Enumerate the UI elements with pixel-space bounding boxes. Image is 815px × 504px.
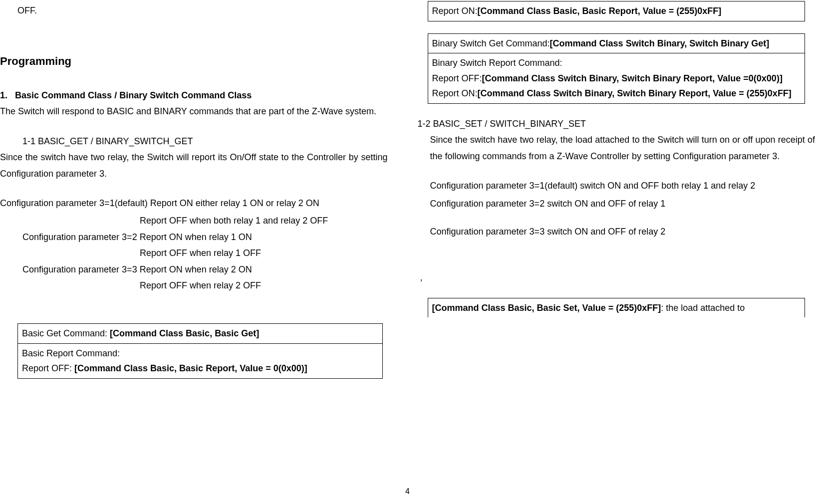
tbl1-row2-a: Basic Report Command: <box>22 346 378 361</box>
table-row: Basic Get Command: [Command Class Basic,… <box>18 324 382 344</box>
table-row: Report ON:[Command Class Basic, Basic Re… <box>428 1 805 21</box>
cfg2-a: Configuration parameter 3=2 Report ON wh… <box>22 229 388 245</box>
cfg1-right: Configuration parameter 3=1(default) swi… <box>430 178 815 194</box>
cfg3-right: Configuration parameter 3=3 switch ON an… <box>430 224 815 240</box>
table-row: Basic Report Command: Report OFF: [Comma… <box>18 344 382 378</box>
sec12-text: Since the switch have two relay, the loa… <box>430 132 815 164</box>
left-column: OFF. Programming 1. Basic Command Class … <box>0 0 408 504</box>
tbl1-row1-b: [Command Class Basic, Basic Get] <box>110 328 259 338</box>
cfg1-b: Report OFF when both relay 1 and relay 2… <box>140 213 388 229</box>
basic-get-table: Basic Get Command: [Command Class Basic,… <box>17 323 383 379</box>
tbl1-row2-b: Report OFF: <box>22 363 74 373</box>
sec12-title: 1-2 BASIC_SET / SWITCH_BINARY_SET <box>418 116 815 132</box>
tbl2-row1-a: Binary Switch Get Command: <box>432 38 550 48</box>
tbl2-row2-e: [Command Class Switch Binary, Switch Bin… <box>478 88 792 98</box>
programming-heading: Programming <box>0 51 388 71</box>
tbl2-row2-d: Report ON: <box>432 88 478 98</box>
comma-fragment: , <box>420 269 815 285</box>
tbl1-row1-a: Basic Get Command: <box>22 328 110 338</box>
table-row: Binary Switch Report Command: Report OFF… <box>428 53 805 103</box>
binary-switch-table: Binary Switch Get Command:[Command Class… <box>428 33 806 104</box>
cfg2-b: Report OFF when relay 1 OFF <box>140 245 388 261</box>
tbl2-row2-a: Binary Switch Report Command: <box>432 55 801 71</box>
tbl3-b: : the load attached to <box>661 303 745 313</box>
table-row: Binary Switch Get Command:[Command Class… <box>428 34 805 54</box>
right-column: Report ON:[Command Class Basic, Basic Re… <box>408 0 815 504</box>
off-fragment: OFF. <box>17 2 388 18</box>
page: OFF. Programming 1. Basic Command Class … <box>0 0 815 504</box>
page-number: 4 <box>405 485 410 499</box>
cfg1-a: Configuration parameter 3=1(default) Rep… <box>0 195 388 211</box>
basic-set-table: [Command Class Basic, Basic Set, Value =… <box>428 298 806 318</box>
sec11-title: 1-1 BASIC_GET / BINARY_SWITCH_GET <box>22 133 388 149</box>
sec1-text: The Switch will respond to BASIC and BIN… <box>0 103 388 119</box>
tbl2-row2-b: Report OFF: <box>432 73 482 83</box>
basic-report-on-table: Report ON:[Command Class Basic, Basic Re… <box>428 1 806 21</box>
tbl1-row2-c: [Command Class Basic, Basic Report, Valu… <box>74 363 307 373</box>
tbl2-row2-c: [Command Class Switch Binary, Switch Bin… <box>482 73 783 83</box>
tbl1-row3-b: [Command Class Basic, Basic Report, Valu… <box>478 6 722 16</box>
table-row: [Command Class Basic, Basic Set, Value =… <box>428 298 805 318</box>
sec1-num: 1. <box>0 90 7 100</box>
tbl3-a: [Command Class Basic, Basic Set, Value =… <box>432 303 661 313</box>
cfg3-a: Configuration parameter 3=3 Report ON wh… <box>22 261 388 277</box>
cfg3-b: Report OFF when relay 2 OFF <box>140 277 388 293</box>
sec11-text: Since the switch have two relay, the Swi… <box>0 149 388 182</box>
cfg2-right: Configuration parameter 3=2 switch ON an… <box>430 196 815 212</box>
tbl2-row1-b: [Command Class Switch Binary, Switch Bin… <box>550 38 770 48</box>
tbl1-row3-a: Report ON: <box>432 6 478 16</box>
section-1: 1. Basic Command Class / Binary Switch C… <box>0 87 388 103</box>
sec1-title: Basic Command Class / Binary Switch Comm… <box>15 90 252 100</box>
